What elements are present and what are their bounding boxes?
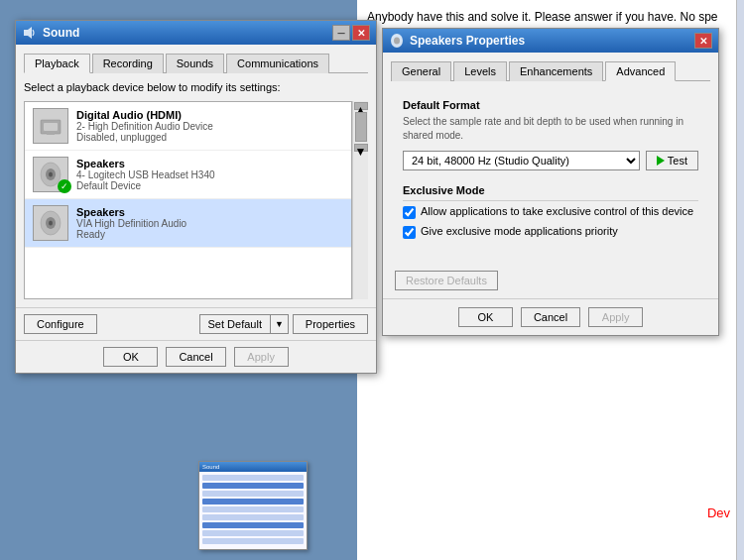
format-row: 24 bit, 48000 Hz (Studio Quality) 16 bit… bbox=[403, 151, 698, 170]
tab-communications[interactable]: Communications bbox=[226, 54, 329, 73]
device-info-hdmi: Digital Audio (HDMI) 2- High Definition … bbox=[76, 109, 343, 143]
set-default-split-button: Set Default ▼ bbox=[199, 314, 289, 334]
forum-text: Anybody have this and solve it. Please a… bbox=[367, 8, 734, 26]
device-detail-logitech: 4- Logitech USB Headset H340 bbox=[76, 169, 343, 180]
close-button[interactable]: ✕ bbox=[352, 25, 370, 41]
scroll-thumb[interactable] bbox=[355, 112, 367, 142]
thumb-row-5 bbox=[202, 506, 304, 512]
bottom-left-buttons: Configure bbox=[24, 314, 97, 334]
tab-enhancements[interactable]: Enhancements bbox=[509, 61, 603, 81]
thumb-row-7 bbox=[202, 522, 304, 528]
thumb-title: Sound bbox=[199, 462, 307, 472]
sound-icon bbox=[22, 25, 38, 41]
device-status-logitech: Default Device bbox=[76, 180, 343, 191]
svg-rect-2 bbox=[44, 123, 58, 131]
device-detail-via: VIA High Definition Audio bbox=[76, 218, 343, 229]
device-status-via: Ready bbox=[76, 229, 343, 240]
tab-general[interactable]: General bbox=[391, 61, 451, 81]
sound-tab-bar: Playback Recording Sounds Communications bbox=[24, 53, 368, 73]
bottom-right-buttons: Set Default ▼ Properties bbox=[199, 314, 368, 334]
speakers-cancel-button[interactable]: Cancel bbox=[521, 307, 580, 327]
svg-rect-3 bbox=[47, 132, 55, 135]
sound-ok-cancel-bar: OK Cancel Apply bbox=[16, 340, 376, 373]
svg-point-11 bbox=[394, 38, 400, 45]
minimize-button[interactable]: ─ bbox=[332, 25, 350, 41]
format-select[interactable]: 24 bit, 48000 Hz (Studio Quality) 16 bit… bbox=[403, 151, 640, 170]
device-item-logitech[interactable]: ✓ Speakers 4- Logitech USB Headset H340 … bbox=[25, 151, 351, 199]
device-info-via: Speakers VIA High Definition Audio Ready bbox=[76, 206, 343, 240]
tab-playback[interactable]: Playback bbox=[24, 54, 90, 73]
device-status-hdmi: Disabled, unplugged bbox=[76, 132, 343, 143]
sound-title-text: Sound bbox=[43, 26, 79, 40]
properties-button[interactable]: Properties bbox=[293, 314, 368, 334]
scroll-down-arrow[interactable]: ▼ bbox=[354, 144, 368, 152]
device-item-hdmi[interactable]: Digital Audio (HDMI) 2- High Definition … bbox=[25, 102, 351, 151]
sound-apply-button[interactable]: Apply bbox=[234, 347, 289, 367]
thumb-row-3 bbox=[202, 491, 304, 497]
sound-dialog-bottom: Configure Set Default ▼ Properties bbox=[16, 307, 376, 340]
configure-button[interactable]: Configure bbox=[24, 314, 97, 334]
speakers-title-left: Speakers Properties bbox=[389, 33, 525, 49]
speakers-title-text: Speakers Properties bbox=[410, 34, 525, 48]
device-list: Digital Audio (HDMI) 2- High Definition … bbox=[24, 101, 352, 299]
device-icon-via bbox=[33, 205, 68, 241]
exclusive-control-checkbox-row: Allow applications to take exclusive con… bbox=[403, 205, 698, 219]
speakers-ok-cancel-bar: OK Cancel Apply bbox=[383, 298, 718, 335]
device-name-via: Speakers bbox=[76, 206, 343, 218]
default-format-title: Default Format bbox=[403, 99, 698, 111]
tab-advanced[interactable]: Advanced bbox=[605, 61, 676, 81]
tab-levels[interactable]: Levels bbox=[453, 61, 507, 81]
device-name-hdmi: Digital Audio (HDMI) bbox=[76, 109, 343, 121]
right-scrollbar[interactable] bbox=[736, 0, 744, 560]
exclusive-control-checkbox[interactable] bbox=[403, 206, 416, 219]
play-icon bbox=[657, 156, 665, 166]
sound-ok-button[interactable]: OK bbox=[103, 347, 158, 367]
set-default-button[interactable]: Set Default bbox=[199, 314, 270, 334]
speakers-dialog-content: General Levels Enhancements Advanced Def… bbox=[383, 53, 718, 263]
thumb-content bbox=[199, 472, 307, 549]
thumb-row-8 bbox=[202, 530, 304, 536]
exclusive-mode-title: Exclusive Mode bbox=[403, 184, 698, 196]
thumb-row-9 bbox=[202, 538, 304, 544]
sound-dialog-content: Playback Recording Sounds Communications… bbox=[16, 45, 376, 307]
dev-label: Dev bbox=[707, 505, 730, 520]
scroll-up-arrow[interactable]: ▲ bbox=[354, 102, 368, 110]
thumbnail-preview: Sound bbox=[198, 461, 308, 550]
thumb-title-text: Sound bbox=[202, 464, 219, 470]
svg-rect-0 bbox=[24, 30, 28, 36]
test-label: Test bbox=[668, 155, 687, 167]
device-icon-logitech: ✓ bbox=[33, 157, 68, 192]
speakers-close-button[interactable]: ✕ bbox=[694, 33, 712, 49]
instruction-text: Select a playback device below to modify… bbox=[24, 81, 368, 93]
tab-sounds[interactable]: Sounds bbox=[166, 54, 224, 73]
default-format-desc: Select the sample rate and bit depth to … bbox=[403, 115, 698, 143]
device-name-logitech: Speakers bbox=[76, 158, 343, 169]
hdmi-icon bbox=[37, 112, 64, 140]
thumb-row-2 bbox=[202, 483, 304, 489]
thumb-row-1 bbox=[202, 475, 304, 481]
speakers-props-bottom: Restore Defaults bbox=[383, 263, 718, 298]
thumb-row-6 bbox=[202, 514, 304, 520]
exclusive-priority-checkbox[interactable] bbox=[403, 226, 416, 239]
speakers-title-buttons: ✕ bbox=[694, 33, 712, 49]
speakers-title-icon bbox=[389, 33, 405, 49]
device-item-via[interactable]: Speakers VIA High Definition Audio Ready bbox=[25, 199, 351, 248]
restore-defaults-button[interactable]: Restore Defaults bbox=[395, 271, 498, 290]
set-default-arrow[interactable]: ▼ bbox=[270, 314, 289, 334]
title-bar-left: Sound bbox=[22, 25, 79, 41]
exclusive-mode-section: Exclusive Mode Allow applications to tak… bbox=[403, 184, 698, 239]
tab-recording[interactable]: Recording bbox=[92, 54, 164, 73]
default-badge: ✓ bbox=[58, 179, 71, 193]
speakers-apply-button[interactable]: Apply bbox=[588, 307, 643, 327]
speaker-via-icon bbox=[37, 209, 64, 237]
sound-cancel-button[interactable]: Cancel bbox=[166, 347, 225, 367]
thumb-row-4 bbox=[202, 499, 304, 504]
title-bar-buttons: ─ ✕ bbox=[332, 25, 370, 41]
device-detail-hdmi: 2- High Definition Audio Device bbox=[76, 121, 343, 132]
device-list-scrollbar[interactable]: ▲ ▼ bbox=[352, 101, 368, 299]
device-list-wrapper: Digital Audio (HDMI) 2- High Definition … bbox=[24, 101, 368, 299]
test-button[interactable]: Test bbox=[646, 151, 698, 170]
device-info-logitech: Speakers 4- Logitech USB Headset H340 De… bbox=[76, 158, 343, 191]
speakers-ok-button[interactable]: OK bbox=[458, 307, 513, 327]
sound-title-bar: Sound ─ ✕ bbox=[16, 21, 376, 45]
